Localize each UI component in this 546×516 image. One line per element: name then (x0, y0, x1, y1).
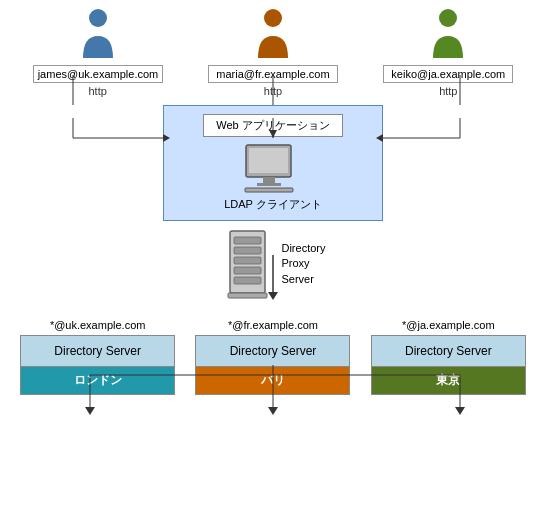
svg-rect-33 (234, 267, 261, 274)
dir-server-paris-city: バリ (196, 367, 349, 394)
svg-rect-31 (234, 247, 261, 254)
dir-server-london-label: Directory Server (21, 336, 174, 367)
keiko-email: keiko@ja.example.com (383, 65, 513, 83)
users-row: james@uk.example.com maria@fr.example.co… (0, 0, 546, 83)
dir-server-london: Directory Server ロンドン (20, 335, 175, 395)
svg-rect-30 (234, 237, 261, 244)
keiko-icon (428, 8, 468, 63)
svg-rect-27 (257, 183, 281, 186)
computer-icon (241, 143, 306, 193)
user-james: james@uk.example.com (28, 8, 168, 83)
domain-label-uk: *@uk.example.com (18, 319, 178, 331)
svg-rect-35 (228, 293, 267, 298)
user-keiko: keiko@ja.example.com (378, 8, 518, 83)
webapp-section: Web アプリケーション LDAP クライアント (0, 105, 546, 221)
svg-rect-25 (249, 148, 288, 173)
maria-email: maria@fr.example.com (208, 65, 338, 83)
james-icon (78, 8, 118, 63)
dir-server-tokyo: Directory Server 東京 (371, 335, 526, 395)
proxy-section: Directory Proxy Server (0, 229, 546, 299)
svg-marker-20 (455, 407, 465, 415)
svg-rect-28 (245, 188, 293, 192)
domain-label-fr: *@fr.example.com (193, 319, 353, 331)
svg-marker-19 (268, 407, 278, 415)
dir-server-london-city: ロンドン (21, 367, 174, 394)
domain-labels-row: *@uk.example.com *@fr.example.com *@ja.e… (0, 319, 546, 331)
svg-point-23 (439, 9, 457, 27)
http-label-keiko: http (378, 85, 518, 97)
dir-server-paris-label: Directory Server (196, 336, 349, 367)
james-email: james@uk.example.com (33, 65, 163, 83)
svg-rect-26 (263, 177, 275, 183)
webapp-label: Web アプリケーション (203, 114, 342, 137)
svg-marker-18 (85, 407, 95, 415)
dir-server-tokyo-label: Directory Server (372, 336, 525, 367)
diagram: james@uk.example.com maria@fr.example.co… (0, 0, 546, 516)
domain-label-ja: *@ja.example.com (368, 319, 528, 331)
http-label-maria: http (203, 85, 343, 97)
ldap-label: LDAP クライアント (224, 197, 322, 212)
servers-row: Directory Server ロンドン Directory Server バ… (0, 335, 546, 395)
dir-server-paris: Directory Server バリ (195, 335, 350, 395)
svg-point-21 (89, 9, 107, 27)
svg-point-22 (264, 9, 282, 27)
http-labels-row: http http http (0, 85, 546, 97)
http-label-james: http (28, 85, 168, 97)
dir-server-tokyo-city: 東京 (372, 367, 525, 394)
webapp-outer-box: Web アプリケーション LDAP クライアント (163, 105, 383, 221)
proxy-label: Directory Proxy Server (281, 241, 325, 287)
proxy-server-icon (220, 229, 275, 299)
user-maria: maria@fr.example.com (203, 8, 343, 83)
maria-icon (253, 8, 293, 63)
svg-rect-32 (234, 257, 261, 264)
svg-rect-34 (234, 277, 261, 284)
